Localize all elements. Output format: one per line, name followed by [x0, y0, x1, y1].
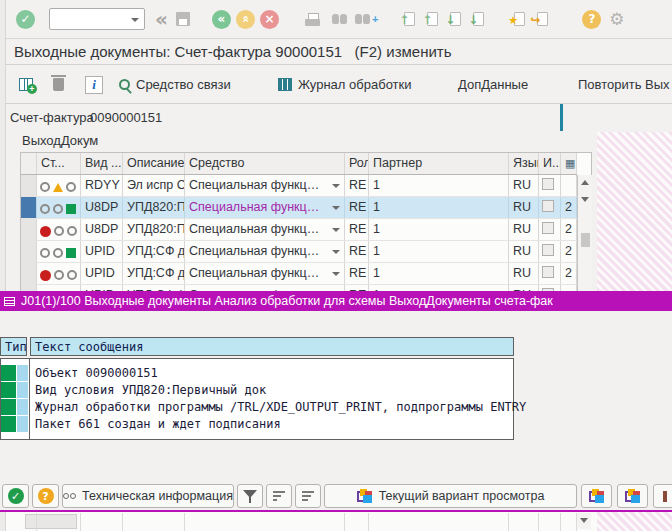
info-icon: i: [85, 76, 103, 94]
page-down-icon[interactable]: ↓: [450, 12, 461, 26]
column-header[interactable]: И...: [539, 153, 561, 174]
current-variant-button[interactable]: Текущий вариант просмотра: [324, 484, 577, 508]
chevron-down-icon[interactable]: [332, 184, 340, 188]
column-header[interactable]: Вид ...: [81, 153, 123, 174]
row-selector[interactable]: [21, 175, 37, 196]
field-edge-marker: [560, 104, 563, 131]
print-icon[interactable]: [305, 13, 320, 26]
technical-info-button[interactable]: Техническая информация: [62, 484, 234, 508]
status-icons: [37, 197, 81, 218]
collapse-toolbar-icon[interactable]: «: [155, 9, 168, 29]
row-selector[interactable]: [21, 241, 37, 262]
message-row[interactable]: Вид условия УПД820:Первичный док: [1, 382, 513, 399]
scrollbar-bottom[interactable]: [576, 513, 591, 529]
message-row[interactable]: Объект 0090000151: [1, 365, 513, 382]
table-row[interactable]: U8DPУПД820:Пер…Специальная функц…RE1RU2: [21, 197, 577, 219]
filter-button[interactable]: [237, 484, 263, 508]
column-header[interactable]: Партнер: [369, 153, 509, 174]
extra-cell: 2: [561, 197, 577, 218]
chevron-down-icon[interactable]: [332, 206, 340, 210]
sort-ascending-icon: [273, 491, 285, 501]
table-row[interactable]: U8DPУПД820:Пер…Специальная функц…RE1RU2: [21, 219, 577, 241]
first-page-icon[interactable]: ↑: [404, 12, 415, 26]
exit-icon[interactable]: «: [236, 10, 255, 29]
medium-dropdown[interactable]: Специальная функц…: [185, 219, 345, 240]
column-separator: [184, 513, 185, 531]
chevron-down-icon[interactable]: [332, 250, 340, 254]
info-button[interactable]: i: [85, 65, 103, 104]
scroll-bottom-icon[interactable]: [580, 518, 588, 523]
message-row[interactable]: Пакет 661 создан и ждет подписания: [1, 416, 513, 433]
last-page-icon[interactable]: ↓: [473, 12, 484, 26]
insert-line-button[interactable]: +: [19, 65, 33, 104]
select-variant-button[interactable]: [617, 484, 648, 508]
processing-log-button[interactable]: Журнал обработки: [278, 65, 411, 104]
checkbox[interactable]: [542, 200, 554, 212]
column-header[interactable]: Описание: [123, 153, 185, 174]
interrupt-icon[interactable]: ↪: [537, 12, 548, 26]
chevron-down-icon[interactable]: [332, 228, 340, 232]
create-shortcut-icon[interactable]: ★: [514, 12, 525, 26]
technical-info-label: Техническая информация: [82, 489, 233, 503]
partner-cell: 1: [369, 175, 509, 196]
checkbox[interactable]: [542, 222, 554, 234]
dialog-help-button[interactable]: ?: [32, 484, 59, 508]
command-field[interactable]: [49, 8, 145, 30]
communication-button[interactable]: Средство связи: [119, 65, 231, 104]
column-header[interactable]: Средство: [185, 153, 345, 174]
repeat-output-button[interactable]: Повторить Вых: [578, 65, 670, 104]
chevron-down-icon[interactable]: [131, 18, 139, 22]
find-icon[interactable]: [332, 14, 347, 24]
dialog-titlebar[interactable]: J01(1)/100 Выходные документы Анализ обр…: [0, 291, 672, 311]
table-row[interactable]: UPIDУПД:СФ доп…Специальная функц…RE1RU2: [21, 241, 577, 263]
row-selector[interactable]: [21, 197, 37, 218]
column-header[interactable]: [21, 153, 37, 174]
delete-line-button[interactable]: [53, 65, 64, 104]
checkbox[interactable]: [542, 244, 554, 256]
checkbox[interactable]: [542, 266, 554, 278]
language-cell: RU: [509, 175, 539, 196]
column-header[interactable]: Ст...: [37, 153, 81, 174]
table-config-icon[interactable]: ▦: [565, 157, 575, 170]
chevron-down-icon[interactable]: [332, 272, 340, 276]
cut-off-button[interactable]: [653, 484, 672, 508]
column-header[interactable]: ▦: [561, 153, 577, 174]
additional-data-button[interactable]: ДопДанные: [458, 65, 528, 104]
page-up-icon[interactable]: ↑: [427, 12, 438, 26]
checkbox[interactable]: [542, 178, 554, 190]
flag-cell: [539, 219, 561, 240]
scroll-up-icon[interactable]: [581, 180, 589, 185]
customize-layout-icon[interactable]: ⚙: [609, 9, 624, 29]
row-selector[interactable]: [21, 219, 37, 240]
background-hatch-area: [597, 512, 672, 531]
cancel-icon[interactable]: ×: [260, 10, 279, 29]
language-cell: RU: [509, 263, 539, 284]
save-variant-button[interactable]: [581, 484, 612, 508]
column-header[interactable]: Роль: [345, 153, 369, 174]
message-row[interactable]: Журнал обработки программы /TRL/XDE_OUTP…: [1, 399, 513, 416]
scroll-down-icon[interactable]: [581, 197, 589, 202]
medium-dropdown[interactable]: Специальная функц…: [185, 263, 345, 284]
status-none-icon: [53, 204, 63, 214]
row-selector[interactable]: [21, 263, 37, 284]
binoculars-icon: [63, 493, 76, 499]
medium-dropdown[interactable]: Специальная функц…: [185, 241, 345, 262]
table-row[interactable]: UPIDУПД:СФ доп…Специальная функц…RE1RU2: [21, 263, 577, 285]
sort-ascending-button[interactable]: [266, 484, 292, 508]
help-icon[interactable]: ?: [582, 10, 601, 29]
enter-icon[interactable]: ✓: [16, 10, 35, 29]
invoice-label: Счет-фактура: [10, 110, 94, 125]
variant-layers-icon: [357, 489, 373, 504]
status-none-icon: [67, 226, 77, 236]
sort-descending-button[interactable]: [295, 484, 321, 508]
table-row[interactable]: RDYYЭл испр Сче…Специальная функц…RE1RU: [21, 175, 577, 197]
find-next-icon[interactable]: +: [355, 13, 378, 25]
variant-layers-icon: [625, 489, 641, 504]
column-header[interactable]: Язык: [509, 153, 539, 174]
back-icon[interactable]: «: [212, 10, 231, 29]
medium-dropdown[interactable]: Специальная функц…: [185, 175, 345, 196]
save-icon[interactable]: [176, 12, 190, 26]
medium-dropdown[interactable]: Специальная функц…: [185, 197, 345, 218]
continue-button[interactable]: ✓: [2, 484, 29, 508]
scrollbar-thumb[interactable]: [581, 233, 590, 247]
